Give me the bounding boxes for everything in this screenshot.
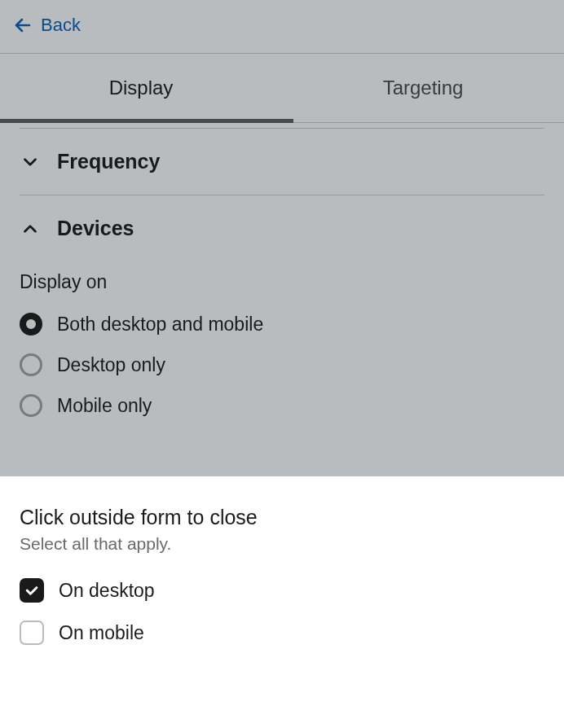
checkbox-label: On desktop (59, 580, 155, 602)
tab-targeting[interactable]: Targeting (282, 54, 564, 122)
radio-desktop-only[interactable]: Desktop only (20, 353, 544, 376)
chevron-down-icon (20, 151, 41, 173)
modal-sheet: Click outside form to close Select all t… (0, 476, 564, 728)
back-button[interactable]: Back (13, 15, 81, 36)
content: Frequency Devices Display on Both deskto… (0, 128, 564, 441)
chevron-up-icon (20, 218, 41, 239)
checkbox-icon-checked (20, 578, 44, 603)
radio-icon-selected (20, 313, 42, 335)
radio-mobile-only[interactable]: Mobile only (20, 394, 544, 417)
radio-label: Mobile only (57, 395, 152, 417)
arrow-left-icon (13, 15, 33, 35)
radio-label: Both desktop and mobile (57, 314, 263, 335)
header: Back (0, 0, 564, 53)
section-frequency-header[interactable]: Frequency (20, 129, 544, 195)
section-devices-body: Display on Both desktop and mobile Deskt… (20, 261, 544, 441)
display-on-label: Display on (20, 271, 544, 293)
checkbox-on-desktop[interactable]: On desktop (20, 578, 544, 603)
tabs: Display Targeting (0, 53, 564, 123)
back-label: Back (41, 15, 81, 36)
radio-icon (20, 353, 42, 376)
modal-subtitle: Select all that apply. (20, 534, 544, 554)
checkbox-label: On mobile (59, 622, 144, 644)
section-devices-title: Devices (57, 217, 134, 240)
radio-both-desktop-mobile[interactable]: Both desktop and mobile (20, 313, 544, 335)
radio-icon (20, 394, 42, 417)
section-frequency-title: Frequency (57, 150, 160, 173)
modal-title: Click outside form to close (20, 506, 544, 529)
checkbox-icon (20, 621, 44, 645)
section-devices-header[interactable]: Devices (20, 195, 544, 261)
radio-label: Desktop only (57, 354, 165, 376)
tab-display[interactable]: Display (0, 54, 282, 122)
checkbox-on-mobile[interactable]: On mobile (20, 621, 544, 645)
